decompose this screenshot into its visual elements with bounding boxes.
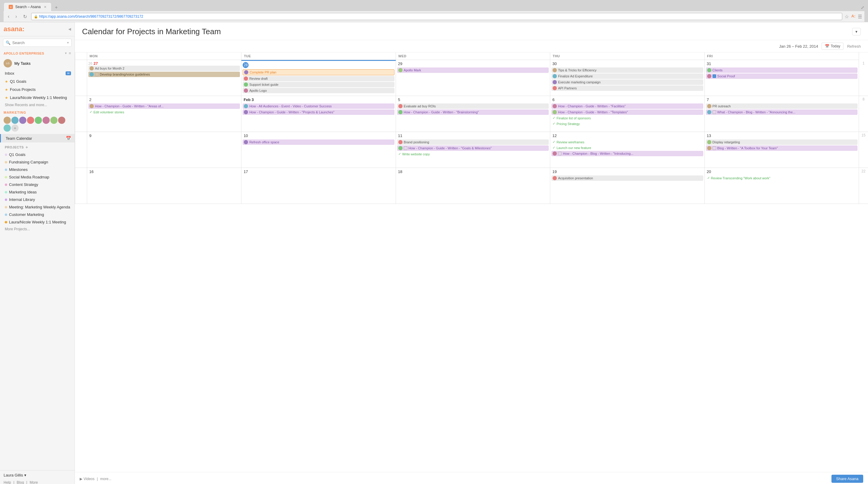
project-dot [5, 169, 7, 171]
project-label: Social Media Roadmap [9, 175, 49, 179]
calendar-event[interactable]: ✓ Write website copy [397, 151, 549, 156]
more-link[interactable]: More [30, 480, 38, 484]
calendar-event[interactable]: Blog - Written - "A Toolbox for Your Tea… [706, 145, 858, 151]
sidebar-footer: Laura Gillis ▾ [0, 470, 74, 480]
project-item-2[interactable]: Milestones [0, 166, 74, 173]
calendar-event[interactable]: How - Champion - Guide - Written - "Goal… [397, 145, 549, 151]
calendar-event[interactable]: Review draft [243, 76, 394, 81]
new-tab-btn[interactable]: + [53, 4, 60, 11]
calendar-event[interactable]: Refresh office space [243, 139, 394, 145]
project-item-4[interactable]: Content Strategy [0, 181, 74, 188]
calendar-event[interactable]: Ad buys for Month 2 [88, 66, 240, 71]
header-dropdown-btn[interactable]: ▾ [852, 28, 861, 35]
calendar-event[interactable]: Tips & Tricks for Efficiency [551, 67, 703, 73]
project-item-1[interactable]: Fundraising Campaign [0, 158, 74, 166]
calendar-event[interactable]: Display retargeting [706, 139, 858, 145]
asana-browser-icon[interactable]: A: [851, 14, 856, 20]
add-project-btn[interactable]: + [26, 145, 28, 150]
more-projects-link[interactable]: More Projects... [0, 226, 74, 232]
calendar-event[interactable]: ✓ Review Transcending "Work about work" [706, 175, 858, 180]
project-item-8[interactable]: Customer Marketing [0, 211, 74, 218]
refresh-btn[interactable]: Refresh [847, 44, 861, 49]
q1-goals-item[interactable]: ★ Q1 Goals [0, 77, 74, 85]
url-bar[interactable]: 🔒 https://app.asana.com/0/search/9867709… [31, 13, 842, 20]
calendar-event[interactable]: Apollo Logo [243, 88, 394, 93]
cal-day-w3-c4: 18 [396, 168, 550, 204]
calendar-event[interactable]: ✓Social Proof [706, 74, 858, 79]
tab-close-btn[interactable]: × [44, 4, 46, 9]
calendar-event[interactable]: How - Champion - Guide - Written - "Faci… [551, 104, 703, 109]
org-header[interactable]: APOLLO ENTERPRISES ▾ ≡ [0, 49, 74, 57]
my-tasks-item[interactable]: LG My Tasks [0, 57, 74, 69]
calendar-event[interactable]: How - All Audiences - Event - Video - Cu… [243, 104, 394, 109]
calendar-event[interactable]: How - Champion - Guide - Written - "Proj… [243, 110, 394, 115]
focus-projects-item[interactable]: ★ Focus Projects [0, 85, 74, 93]
add-team-member-btn[interactable]: + [11, 124, 19, 132]
calendar-event[interactable]: Support ticket guide [243, 82, 394, 87]
project-item-7[interactable]: Meeting: Marketing Weekly Agenda [0, 203, 74, 211]
calendar-event[interactable]: ✓ Pricing Strategy [551, 121, 703, 126]
calendar-event[interactable]: ✓ Review wireframes [551, 139, 703, 145]
week-num-0 [75, 60, 87, 96]
week-num-2 [75, 132, 87, 168]
calendar-event[interactable]: Finalize Ad Expenditure [551, 74, 703, 79]
browser-actions: ☆ A: ☰ [845, 14, 862, 20]
tab-title: Search – Asana [15, 5, 41, 9]
calendar-event[interactable]: API Partners [551, 85, 703, 91]
back-btn[interactable]: ‹ [6, 13, 11, 20]
calendar-event[interactable]: How - Champion - Blog - Written - "Intro… [551, 151, 703, 156]
search-input[interactable] [12, 40, 65, 45]
cal-day-w1-c6: 7PR outreachWhat - Champion - Blog - Wri… [705, 96, 859, 132]
team-calendar-item[interactable]: Team Calendar 📅 [0, 134, 74, 142]
menu-browser-btn[interactable]: ☰ [858, 14, 862, 20]
expand-btn[interactable]: ⤢ [861, 5, 864, 11]
calendar-event[interactable]: Evaluate ad buy ROIs [397, 104, 549, 109]
cal-day-w2-c2: 9 [87, 132, 241, 168]
today-btn[interactable]: 📅 Today [822, 42, 843, 50]
calendar-event[interactable]: Apollo Mark [397, 67, 549, 73]
team-avatar-7 [50, 117, 58, 124]
browser-tab[interactable]: a Search – Asana × [4, 2, 52, 11]
projects-list: Q1 Goals Fundraising Campaign Milestones… [0, 151, 74, 226]
inbox-item[interactable]: Inbox ✉ [0, 69, 74, 77]
sidebar-menu-icon[interactable]: ≡ [69, 51, 71, 55]
cal-day-w3-c6: 20✓ Review Transcending "Work about work… [705, 168, 859, 204]
project-item-5[interactable]: Marketing Ideas [0, 188, 74, 196]
calendar-event[interactable]: PR outreach [706, 104, 858, 109]
mon-header: MON [87, 53, 241, 60]
calendar-event[interactable]: What - Champion - Blog - Written - "Anno… [706, 110, 858, 115]
project-item-6[interactable]: Internal Library [0, 196, 74, 203]
footer-user-btn[interactable]: Laura Gillis ▾ [4, 473, 26, 477]
laura-meeting-star: ★ [5, 96, 8, 100]
calendar-event[interactable]: Execute marketing campaign [551, 80, 703, 85]
forward-btn[interactable]: › [13, 13, 19, 20]
project-item-3[interactable]: Social Media Roadmap [0, 173, 74, 181]
calendar-event[interactable]: Clients [706, 67, 858, 73]
search-dropdown-btn[interactable]: ▾ [67, 41, 69, 45]
calendar-event[interactable]: Develop branding/voice guidelines [88, 72, 240, 77]
calendar-event[interactable]: Acquisition presentation [551, 175, 703, 181]
blog-link[interactable]: Blog [17, 480, 24, 484]
show-recents-link[interactable]: Show Recents and more... [0, 102, 74, 108]
star-browser-btn[interactable]: ☆ [845, 14, 849, 20]
project-item-0[interactable]: Q1 Goals [0, 151, 74, 158]
help-link[interactable]: Help [4, 480, 11, 484]
share-asana-btn[interactable]: Share Asana [832, 475, 863, 483]
calendar-event[interactable]: How - Champion - Guide - Written - "Brai… [397, 110, 549, 115]
calendar-event[interactable]: How - Champion - Guide - Written - "Temp… [551, 110, 703, 115]
calendar-event[interactable]: ✓ Edit volunteer stories [88, 110, 240, 115]
focus-projects-star: ★ [5, 88, 8, 92]
calendar-event[interactable]: How - Champion - Guide - Written - "Area… [88, 104, 240, 109]
calendar-event[interactable]: ✓ Finalize list of sponsors [551, 115, 703, 120]
more-bottom-link[interactable]: more... [100, 477, 112, 481]
project-item-9[interactable]: Laura/Nicole Weekly 1:1 Meeting [0, 218, 74, 226]
laura-meeting-item[interactable]: ★ Laura/Nicole Weekly 1:1 Meeting [0, 93, 74, 102]
videos-link[interactable]: ▶ Videos [80, 477, 94, 481]
calendar-grid: MON TUE WED THU FRI 2627Ad buys for Mont… [75, 53, 868, 204]
calendar-event[interactable]: Brand positioning [397, 139, 549, 145]
collapse-sidebar-btn[interactable]: ◀ [68, 27, 71, 31]
project-dot [5, 213, 7, 216]
calendar-event[interactable]: ✓ Launch our new feature [551, 145, 703, 150]
calendar-event[interactable]: Complete PR plan [243, 69, 394, 75]
refresh-browser-btn[interactable]: ↻ [21, 13, 29, 20]
